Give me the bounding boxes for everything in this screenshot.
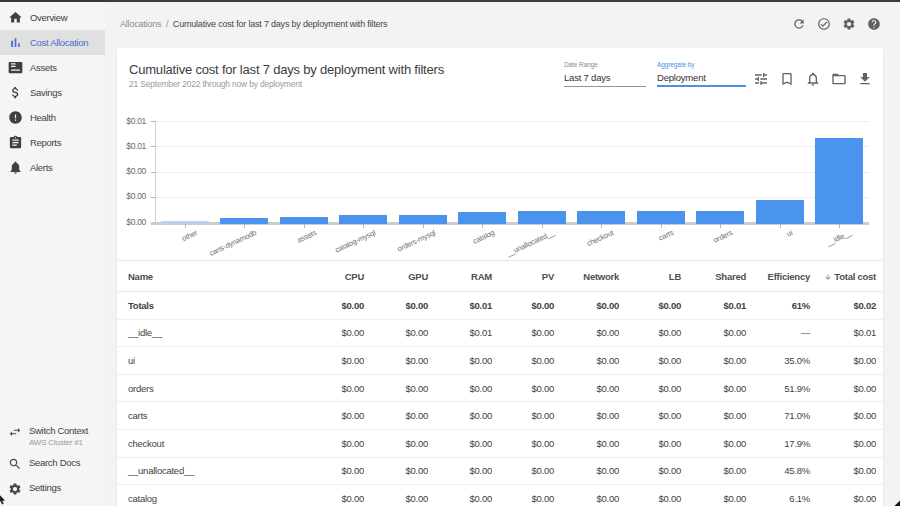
download-icon xyxy=(857,71,873,87)
cell-network: $0.00 xyxy=(554,383,619,394)
sort-desc-arrow-icon xyxy=(824,273,832,281)
column-header-shared[interactable]: Shared xyxy=(681,271,746,282)
sidebar-item-label: Savings xyxy=(30,87,62,98)
sidebar-footer-switch-context[interactable]: Switch ContextAWS Cluster #1 xyxy=(0,425,105,447)
sidebar-footer-settings[interactable]: Settings xyxy=(0,482,105,496)
toolbar-bell-outline-icon[interactable] xyxy=(805,71,821,87)
table-row-unallocated[interactable]: __unallocated__$0.00$0.00$0.00$0.00$0.00… xyxy=(117,458,883,486)
table-row-catalog[interactable]: catalog$0.00$0.00$0.00$0.00$0.00$0.00$0.… xyxy=(117,485,883,506)
row-name: __idle__ xyxy=(117,327,300,338)
bell-icon xyxy=(8,160,23,175)
sidebar-item-label: Overview xyxy=(30,12,67,23)
table-row-idle[interactable]: __idle__$0.00$0.00$0.01$0.00$0.00$0.00$0… xyxy=(117,320,883,348)
column-header-cpu[interactable]: CPU xyxy=(300,271,364,282)
cell-cpu: $0.00 xyxy=(300,438,364,449)
cell-lb: $0.00 xyxy=(619,383,681,394)
aggregate-by-label: Aggregate by xyxy=(657,61,746,68)
cell-network: $0.00 xyxy=(554,355,619,366)
sidebar-item-health[interactable]: Health xyxy=(0,105,105,130)
cell-cpu: $0.00 xyxy=(300,355,364,366)
sidebar-item-assets[interactable]: Assets xyxy=(0,55,105,80)
breadcrumb-page-title: Cumulative cost for last 7 days by deplo… xyxy=(173,19,388,29)
x-axis-tick xyxy=(185,224,186,228)
bar-orders-mysql[interactable] xyxy=(399,215,447,224)
cell-lb: $0.00 xyxy=(619,327,681,338)
cell-pv: $0.00 xyxy=(492,438,554,449)
sidebar-item-overview[interactable]: Overview xyxy=(0,5,105,30)
table-row-ui[interactable]: ui$0.00$0.00$0.00$0.00$0.00$0.00$0.0035.… xyxy=(117,347,883,375)
sidebar-footer: Switch ContextAWS Cluster #1Search DocsS… xyxy=(0,421,105,506)
cell-shared: $0.00 xyxy=(681,383,746,394)
bar-assets[interactable] xyxy=(280,217,328,224)
column-header-gpu[interactable]: GPU xyxy=(364,271,428,282)
cell-network: $0.00 xyxy=(554,465,619,476)
cell-network: $0.00 xyxy=(554,300,619,311)
column-header-network[interactable]: Network xyxy=(554,271,619,282)
cell-gpu: $0.00 xyxy=(364,327,428,338)
cell-gpu: $0.00 xyxy=(364,383,428,394)
column-header-pv[interactable]: PV xyxy=(492,271,554,282)
mouse-cursor xyxy=(0,494,7,506)
cell-gpu: $0.00 xyxy=(364,355,428,366)
cell-total-cost: $0.00 xyxy=(810,383,876,394)
allocation-table: NameCPUGPURAMPVNetworkLBSharedEfficiency… xyxy=(117,260,883,506)
topbar-gear-icon[interactable] xyxy=(842,17,856,31)
column-header-ram[interactable]: RAM xyxy=(428,271,492,282)
table-row-orders[interactable]: orders$0.00$0.00$0.00$0.00$0.00$0.00$0.0… xyxy=(117,375,883,403)
sidebar-item-alerts[interactable]: Alerts xyxy=(0,155,105,180)
date-range-select[interactable]: Date Range Last 7 days xyxy=(564,61,646,87)
cell-efficiency: 35.0% xyxy=(746,355,810,366)
bar-catalog[interactable] xyxy=(458,212,506,224)
cell-network: $0.00 xyxy=(554,410,619,421)
cell-pv: $0.00 xyxy=(492,410,554,421)
cell-lb: $0.00 xyxy=(619,465,681,476)
sidebar-footer-search-docs[interactable]: Search Docs xyxy=(0,457,105,471)
cell-network: $0.00 xyxy=(554,327,619,338)
cell-ram: $0.00 xyxy=(428,355,492,366)
sidebar-item-reports[interactable]: Reports xyxy=(0,130,105,155)
toolbar-tune-icon[interactable] xyxy=(753,71,769,87)
bar-orders[interactable] xyxy=(696,211,744,224)
toolbar-download-icon[interactable] xyxy=(857,71,873,87)
cell-efficiency: 17.9% xyxy=(746,438,810,449)
toolbar-folder-icon[interactable] xyxy=(831,71,847,87)
table-row-totals[interactable]: Totals$0.00$0.00$0.01$0.00$0.00$0.00$0.0… xyxy=(117,292,883,320)
cell-pv: $0.00 xyxy=(492,465,554,476)
bar-catalog-mysql[interactable] xyxy=(339,215,387,224)
aggregate-by-select[interactable]: Aggregate by Deployment xyxy=(657,61,746,87)
x-axis-tick xyxy=(423,224,424,228)
bar-carts[interactable] xyxy=(637,211,685,224)
column-header-lb[interactable]: LB xyxy=(619,271,681,282)
column-header-efficiency[interactable]: Efficiency xyxy=(746,271,810,282)
cell-shared: $0.01 xyxy=(681,300,746,311)
table-row-carts[interactable]: carts$0.00$0.00$0.00$0.00$0.00$0.00$0.00… xyxy=(117,402,883,430)
report-title: Cumulative cost for last 7 days by deplo… xyxy=(129,62,444,77)
topbar-help-icon[interactable] xyxy=(867,17,881,31)
sidebar-item-cost-allocation[interactable]: Cost Allocation xyxy=(0,30,105,55)
x-axis-tick xyxy=(720,224,721,228)
aggregate-by-underline xyxy=(657,85,746,87)
table-row-checkout[interactable]: checkout$0.00$0.00$0.00$0.00$0.00$0.00$0… xyxy=(117,430,883,458)
cell-gpu: $0.00 xyxy=(364,410,428,421)
corner-artifact xyxy=(893,499,900,506)
breadcrumb-section[interactable]: Allocations xyxy=(120,19,161,29)
aggregate-by-value[interactable]: Deployment xyxy=(657,72,746,83)
sidebar-footer-label: Search Docs xyxy=(29,457,80,468)
cell-pv: $0.00 xyxy=(492,300,554,311)
topbar-refresh-icon[interactable] xyxy=(792,17,806,31)
x-axis-tick xyxy=(601,224,602,228)
bar-__unallocated__[interactable] xyxy=(518,211,566,224)
cell-efficiency: 45.8% xyxy=(746,465,810,476)
column-header-total-cost[interactable]: Total cost xyxy=(810,271,876,282)
bar-checkout[interactable] xyxy=(577,211,625,224)
allocation-bar-chart: $0.01$0.01$0.00$0.00$0.00othercarts-dyna… xyxy=(117,98,883,260)
folder-icon xyxy=(831,71,847,87)
column-header-name[interactable]: Name xyxy=(117,271,300,282)
cell-total-cost: $0.02 xyxy=(810,300,876,311)
sidebar-item-savings[interactable]: Savings xyxy=(0,80,105,105)
bar-__idle__[interactable] xyxy=(815,138,863,224)
bar-ui[interactable] xyxy=(756,200,804,224)
toolbar-bookmark-icon[interactable] xyxy=(779,71,795,87)
topbar-check-circle-icon[interactable] xyxy=(817,17,831,31)
date-range-value[interactable]: Last 7 days xyxy=(564,72,646,83)
